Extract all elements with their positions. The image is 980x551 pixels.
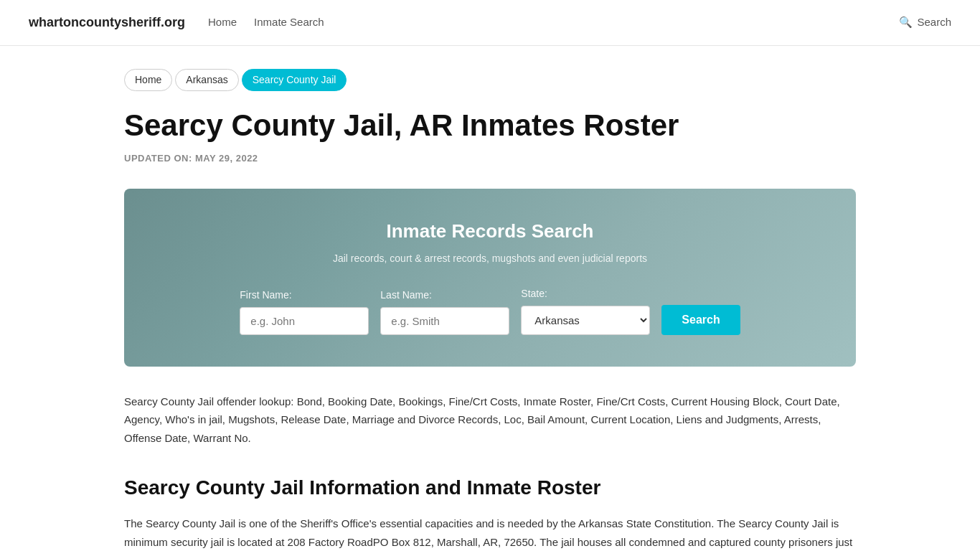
nav-home[interactable]: Home (208, 14, 237, 31)
search-button[interactable]: Search (661, 305, 740, 335)
nav-inmate-search[interactable]: Inmate Search (254, 14, 324, 31)
site-brand[interactable]: whartoncountysheriff.org (29, 13, 185, 32)
last-name-group: Last Name: (380, 288, 509, 335)
nav-search-label: Search (917, 14, 951, 31)
last-name-label: Last Name: (380, 288, 432, 303)
state-group: State: ArkansasAlabamaAlaskaArizonaCalif… (521, 286, 650, 335)
info-section-heading: Searcy County Jail Information and Inmat… (124, 473, 856, 503)
info-section-body: The Searcy County Jail is one of the She… (124, 514, 856, 551)
breadcrumb-arkansas[interactable]: Arkansas (175, 69, 238, 91)
search-widget: Inmate Records Search Jail records, cour… (124, 189, 856, 367)
search-widget-subtitle: Jail records, court & arrest records, mu… (159, 251, 821, 266)
description-text: Searcy County Jail offender lookup: Bond… (124, 392, 856, 448)
first-name-label: First Name: (240, 288, 291, 303)
first-name-group: First Name: (240, 288, 369, 335)
state-label: State: (521, 286, 547, 301)
nav-links: Home Inmate Search (208, 14, 876, 31)
nav-search-button[interactable]: 🔍 Search (899, 14, 951, 31)
search-form: First Name: Last Name: State: ArkansasAl… (159, 286, 821, 335)
first-name-input[interactable] (240, 307, 369, 335)
breadcrumb-home[interactable]: Home (124, 69, 172, 91)
main-content: Home Arkansas Searcy County Jail Searcy … (95, 46, 885, 551)
search-icon: 🔍 (899, 14, 913, 31)
breadcrumb: Home Arkansas Searcy County Jail (124, 69, 856, 91)
updated-on: UPDATED ON: MAY 29, 2022 (124, 151, 856, 166)
state-select[interactable]: ArkansasAlabamaAlaskaArizonaCaliforniaCo… (521, 306, 650, 335)
navbar: whartoncountysheriff.org Home Inmate Sea… (0, 0, 980, 46)
last-name-input[interactable] (380, 307, 509, 335)
breadcrumb-searcy-county-jail[interactable]: Searcy County Jail (242, 69, 347, 91)
search-widget-title: Inmate Records Search (159, 217, 821, 245)
page-title: Searcy County Jail, AR Inmates Roster (124, 108, 856, 143)
